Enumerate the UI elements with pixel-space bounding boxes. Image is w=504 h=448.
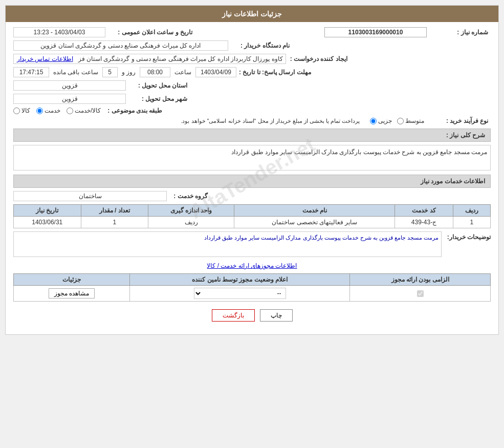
category-kala-radio[interactable] [13,108,20,114]
print-button[interactable]: چاپ [260,309,293,322]
th-service-code: کد خدمت [395,205,453,217]
reply-time-label: ساعت [174,69,191,76]
process-row: نوع فرآیند خرید : متوسط جزیی پرداخت تمام… [13,117,491,124]
public-announcement-value: 1403/04/03 - 13:23 [13,27,105,37]
province-delivery-value: قزوین [13,80,126,91]
category-kala-khedmat-item: کالا/خدمت [67,107,101,114]
category-row: طبقه بندی موضوعی : کالا/خدمت خدمت کالا [13,107,491,114]
cell-service-code: ج-43-439 [395,217,453,228]
creator-row: ایجاد کننده درخواست : کاوه پورزال کاربرد… [13,54,491,64]
process-jozi-label: جزیی [378,117,392,124]
permit-status-select[interactable]: -- [194,288,286,299]
category-khedmat-item: خدمت [36,107,60,114]
process-motavaset-item: متوسط [397,117,424,124]
service-group-label: گروه خدمت : [167,193,208,200]
buyer-org-value: اداره کل میراث فرهنگی صنایع دستی و گردشگ… [13,40,228,51]
process-motavaset-label: متوسط [405,117,424,124]
services-table: ردیف کد خدمت نام خدمت واحد اندازه گیری ت… [13,204,491,228]
city-delivery-value: قزوین [13,94,126,104]
public-announcement-label: تاریخ و ساعت اعلان عمومی : [105,29,192,36]
th-service-name: نام خدمت [234,205,395,217]
services-section-label: اطلاعات خدمات مورد نیاز [421,178,485,185]
th-row-num: ردیف [453,205,490,217]
process-label: نوع فرآیند خرید : [427,117,488,124]
city-delivery-label: شهر محل تحویل : [126,95,187,102]
buyer-notes-label: توضیحات خریدار: [445,231,491,241]
category-radio-group: کالا/خدمت خدمت کالا [13,107,101,114]
category-kala-khedmat-radio[interactable] [67,108,73,114]
general-desc-box: مرمت مسجد جامع قزوین به شرح خدمات پیوست … [13,145,491,170]
panel-title: جزئیات اطلاعات نیاز [222,10,282,18]
cell-service-name: سایر فعالیتهای تخصصی ساختمان [234,217,395,228]
reply-remaining: 17:47:15 [13,67,49,77]
creator-link[interactable]: اطلاعات تماس خریدار [17,55,73,62]
th-unit: واحد اندازه گیری [148,205,234,217]
permit-row: -- مشاهده مجوز [14,286,491,302]
back-button[interactable]: بازگشت [212,309,255,322]
panel-header: جزئیات اطلاعات نیاز [6,6,498,22]
category-kala-item: کالا [13,107,30,114]
cell-quantity: 1 [81,217,148,228]
reply-time: 08:00 [140,67,170,77]
category-kala-label: کالا [21,107,30,114]
buyer-org-row: نام دستگاه خریدار : اداره کل میراث فرهنگ… [13,40,491,51]
service-group-value: ساختمان [13,191,167,201]
th-need-date: تاریخ نیاز [14,205,81,217]
category-kala-khedmat-label: کالا/خدمت [75,107,101,114]
process-motavaset-radio[interactable] [397,118,404,124]
panel-body: AltaTender.net شماره نیاز : 110300316900… [6,22,498,334]
category-khedmat-label: خدمت [45,107,60,114]
th-permit-required: الزامی بودن ارائه مجوز [350,274,491,286]
creator-value: کاوه پورزال کاربرداز اداره کل میراث فرهن… [13,54,286,64]
action-buttons: چاپ بازگشت [13,309,491,322]
main-panel: جزئیات اطلاعات نیاز AltaTender.net شماره… [5,5,499,335]
process-radio-group: متوسط جزیی [370,117,424,124]
permits-table: الزامی بودن ارائه مجوز اعلام وضعیت مجوز … [13,273,491,302]
th-permit-details: جزئیات [14,274,130,286]
process-jozi-item: جزیی [370,117,392,124]
reply-deadline-row: مهلت ارسال پاسخ: تا تاریخ : 1403/04/09 س… [13,67,491,77]
need-number-value: 1103003169000010 [324,27,427,37]
permits-section: اطلاعات مجوزهای ارائه خدمت / کالا الزامی… [13,262,491,302]
reply-date: 1403/04/09 [195,67,236,77]
services-section: اطلاعات خدمات مورد نیاز [13,175,491,188]
cell-need-date: 1403/06/31 [14,217,81,228]
buyer-notes-row: توضیحات خریدار: مرمت مسجد جامع قزوین به … [13,231,491,257]
city-delivery-row: شهر محل تحویل : قزوین [13,94,491,104]
service-group-row: گروه خدمت : ساختمان [13,191,491,201]
general-desc-section: شرح کلی نیاز : [13,129,491,142]
permits-section-label[interactable]: اطلاعات مجوزهای ارائه خدمت / کالا [207,262,297,269]
general-desc-label: شرح کلی نیاز : [446,132,485,139]
permit-required-checkbox-container [354,290,486,297]
process-note: پرداخت تمام یا بخشی از مبلغ خریدار از مح… [13,118,360,124]
th-quantity: تعداد / مقدار [81,205,148,217]
table-row: 1 ج-43-439 سایر فعالیتهای تخصصی ساختمان … [14,217,491,228]
process-jozi-radio[interactable] [370,118,377,124]
buyer-org-label: نام دستگاه خریدار : [228,42,290,49]
province-delivery-row: استان محل تحویل : قزوین [13,80,491,91]
permit-required-cell [350,286,491,302]
permit-details-cell: مشاهده مجوز [14,286,130,302]
province-delivery-label: استان محل تحویل : [126,82,187,89]
reply-days: 5 [102,67,118,77]
category-label: طبقه بندی موضوعی : [101,107,162,114]
permit-status-cell: -- [129,286,349,302]
view-permit-button[interactable]: مشاهده مجوز [49,288,95,298]
reply-days-label: روز و [122,69,136,76]
creator-label: ایجاد کننده درخواست : [286,55,347,62]
creator-text: کاوه پورزال کاربرداز اداره کل میراث فرهن… [78,55,283,62]
buyer-notes-box: مرمت مسجد جامع قزوین به شرح خدمات پیوست … [13,231,442,257]
need-number-label: شماره نیاز : [427,29,488,36]
cell-unit: ردیف [148,217,234,228]
permit-required-checkbox[interactable] [417,290,424,297]
th-permit-status: اعلام وضعیت مجوز توسط نامین کننده [129,274,349,286]
cell-row-num: 1 [453,217,490,228]
reply-deadline-label: مهلت ارسال پاسخ: تا تاریخ : [239,69,311,76]
category-khedmat-radio[interactable] [36,108,43,114]
reply-remaining-label: ساعت باقی مانده [53,69,98,76]
need-number-row: شماره نیاز : 1103003169000010 تاریخ و سا… [13,27,491,37]
